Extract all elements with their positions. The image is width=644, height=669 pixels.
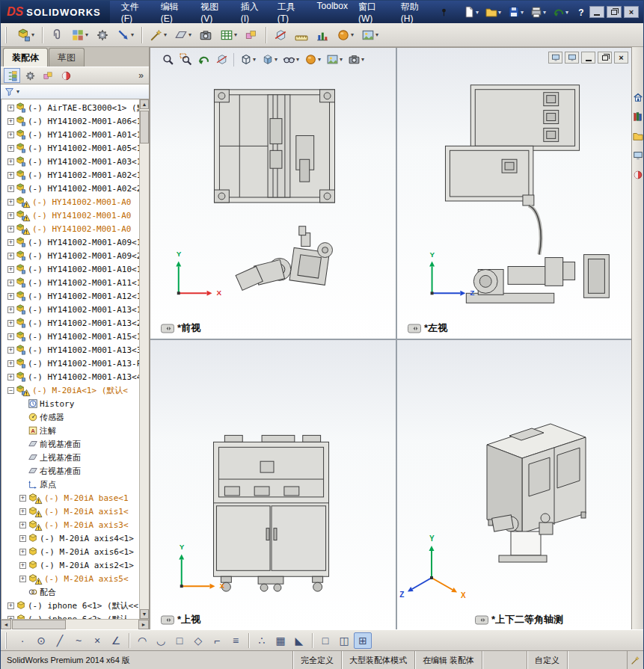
measure-button[interactable]	[292, 25, 311, 45]
tree-item[interactable]: +(-) HY141002-M001-A12<1	[1, 289, 139, 303]
tree-item[interactable]: +(-) M-20iA axis4<1>	[1, 531, 139, 545]
help-button[interactable]	[573, 4, 589, 19]
apply-scene-button[interactable]: ▾	[358, 25, 381, 45]
dropdown-caret-icon[interactable]: ▾	[521, 9, 524, 16]
displaymanager-tab[interactable]	[58, 68, 74, 83]
quick-tips-icon[interactable]	[627, 651, 643, 669]
dropdown-caret-icon[interactable]: ▾	[296, 56, 299, 63]
zoom-to-area-button[interactable]	[177, 51, 194, 68]
dropdown-caret-icon[interactable]: ▾	[188, 31, 191, 38]
expand-toggle[interactable]: +	[7, 145, 14, 152]
tree-item[interactable]: +(-) HY141002-M001-A15<1	[1, 330, 139, 343]
edit-appearance-button[interactable]: ▾	[302, 51, 323, 68]
dropdown-caret-icon[interactable]: ▾	[85, 31, 88, 38]
expand-toggle[interactable]: +	[7, 320, 14, 327]
expand-toggle[interactable]: +	[7, 199, 14, 206]
dropdown-caret-icon[interactable]: ▾	[253, 56, 256, 63]
linear-component-pattern-button[interactable]: ▾	[68, 25, 91, 45]
viewport-top[interactable]: YX *上视	[150, 340, 397, 630]
tree-item[interactable]: 右视基准面	[1, 464, 139, 478]
minimize-button[interactable]	[589, 6, 604, 18]
angle-dimension-tool[interactable]: ∠	[107, 632, 125, 649]
expand-toggle[interactable]: +	[7, 280, 14, 286]
scroll-up-icon[interactable]: ▲	[140, 99, 149, 109]
dropdown-caret-icon[interactable]: ▾	[565, 9, 568, 16]
tree-item[interactable]: +(-) HY141002-M001-A01<1	[1, 128, 139, 141]
expand-toggle[interactable]: +	[7, 360, 14, 367]
view-settings-button[interactable]: ▾	[346, 51, 367, 68]
four-view-button[interactable]: ⊞	[354, 632, 372, 649]
assembly-features-button[interactable]: ▾	[147, 25, 170, 45]
dropdown-caret-icon[interactable]: ▾	[375, 31, 378, 38]
expand-toggle[interactable]: +	[7, 158, 14, 165]
reference-geometry-button[interactable]: ▾	[171, 25, 194, 45]
dropdown-caret-icon[interactable]: ▾	[543, 9, 546, 16]
expand-toggle[interactable]: +	[7, 293, 14, 300]
view-indicator-icon[interactable]	[475, 615, 488, 625]
previous-view-button[interactable]	[195, 51, 212, 68]
doc-minimize-button[interactable]	[581, 52, 595, 64]
tree-horizontal-scrollbar[interactable]: ◄ ►	[1, 619, 149, 629]
tree-item[interactable]: +(-) HY141002-M001-A06<1	[1, 114, 139, 128]
hide-show-items-button[interactable]: ▾	[280, 51, 301, 68]
new-motion-study-button[interactable]	[196, 25, 215, 45]
tree-item[interactable]: +(-) M-20iA axis5<	[1, 572, 139, 585]
scrollbar-thumb[interactable]	[12, 620, 66, 629]
dropdown-caret-icon[interactable]: ▾	[340, 56, 343, 63]
two-view-button[interactable]: ◫	[335, 632, 353, 649]
undo-button[interactable]: ▾	[551, 4, 571, 19]
tab-草图[interactable]: 草图	[49, 48, 85, 67]
dropdown-caret-icon[interactable]: ▾	[234, 31, 237, 38]
scroll-right-icon[interactable]: ►	[138, 620, 149, 629]
tangent-arc-tool[interactable]: ◡	[152, 632, 170, 649]
line-tool[interactable]: ╱	[51, 632, 69, 649]
expand-toggle[interactable]: +	[7, 253, 14, 259]
point-tool[interactable]: ·	[13, 632, 31, 649]
insert-component-button[interactable]: ▾	[14, 25, 37, 45]
expand-toggle[interactable]: +	[19, 549, 26, 555]
fillet-tool[interactable]: ◣	[290, 632, 308, 649]
dropdown-caret-icon[interactable]: ▾	[31, 31, 34, 38]
expand-toggle[interactable]: +	[7, 212, 14, 219]
rectangle-tool[interactable]: □	[171, 632, 188, 649]
mass-properties-button[interactable]	[313, 25, 332, 45]
expand-toggle[interactable]: +	[19, 495, 26, 502]
scroll-left-icon[interactable]: ◄	[1, 620, 11, 629]
save-button[interactable]: ▾	[506, 4, 526, 19]
configurationmanager-tab[interactable]	[40, 68, 56, 83]
tree-item[interactable]: 上视基准面	[1, 451, 139, 464]
open-button[interactable]: ▾	[483, 4, 503, 19]
propertymanager-tab[interactable]	[22, 68, 38, 83]
offset-tool[interactable]: ≡	[227, 632, 245, 649]
restore-button[interactable]	[607, 6, 622, 18]
bill-of-materials-button[interactable]: ▾	[217, 25, 240, 45]
appearances-button[interactable]: ▾	[334, 25, 357, 45]
collapse-toggle[interactable]: −	[7, 387, 14, 394]
tree-item[interactable]: +(-) HY141002-M001-A09<2	[1, 249, 139, 262]
panel-overflow-chevron[interactable]: »	[138, 70, 146, 81]
section-view-button[interactable]	[213, 51, 230, 68]
expand-toggle[interactable]: +	[7, 239, 14, 246]
trim-tool[interactable]: ⌐	[208, 632, 226, 649]
expand-toggle[interactable]: +	[7, 172, 14, 179]
tree-item[interactable]: +(-) M-20iA axis6<1>	[1, 545, 139, 558]
viewport-layout-left-button[interactable]	[548, 52, 562, 64]
tree-item[interactable]: +(-) AirTAE-BC3000<1> (默	[1, 101, 139, 114]
doc-close-button[interactable]: ×	[614, 52, 628, 64]
tree-item[interactable]: +(-) HY141002-M001-A0	[1, 222, 139, 235]
expand-toggle[interactable]: +	[7, 132, 14, 138]
move-component-button[interactable]: ▾	[114, 25, 137, 45]
close-button[interactable]: ×	[624, 6, 639, 18]
view-indicator-icon[interactable]	[161, 615, 174, 625]
polygon-tool[interactable]: ◇	[189, 632, 207, 649]
mate-button[interactable]	[47, 25, 67, 45]
tree-item[interactable]: +(-) HY141002-M001-A03<1	[1, 155, 139, 168]
tree-item[interactable]: History	[1, 397, 139, 410]
expand-toggle[interactable]: +	[7, 266, 14, 273]
dropdown-caret-icon[interactable]: ▾	[131, 31, 134, 38]
new-document-button[interactable]: ▾	[461, 4, 481, 19]
interference-detection-button[interactable]	[271, 25, 290, 45]
view-indicator-icon[interactable]	[408, 324, 421, 333]
dropdown-caret-icon[interactable]: ▾	[164, 31, 167, 38]
tree-item[interactable]: +(-) HY141002-M001-A11<1	[1, 276, 139, 289]
